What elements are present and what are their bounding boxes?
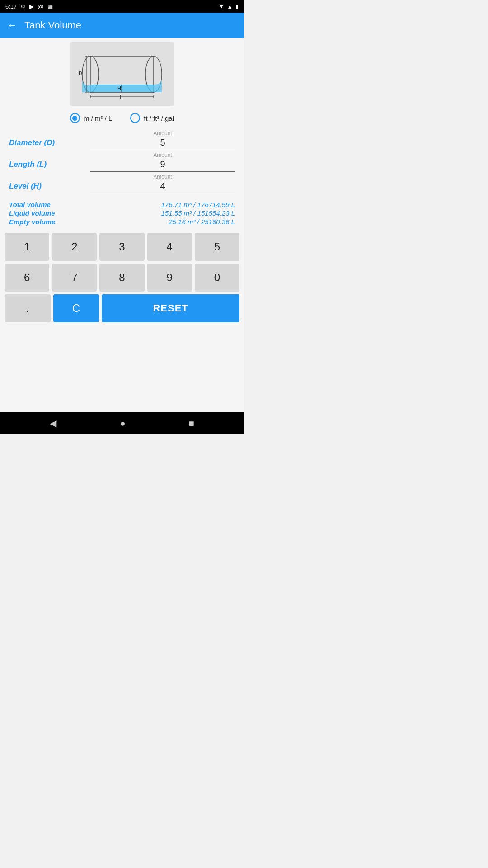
- metric-radio[interactable]: [70, 113, 80, 123]
- level-label: Level (H): [9, 182, 90, 193]
- status-time: 6:17: [5, 3, 17, 10]
- key-6[interactable]: 6: [5, 264, 49, 292]
- unit-selector: m / m³ / L ft / ft³ / gal: [70, 113, 174, 123]
- key-3[interactable]: 3: [99, 233, 144, 261]
- length-placeholder: Amount: [90, 152, 235, 158]
- metric-label: m / m³ / L: [84, 114, 112, 122]
- liquid-volume-row: Liquid volume 151.55 m³ / 151554.23 L: [9, 209, 235, 217]
- bottom-nav: ◀ ● ■: [0, 412, 244, 434]
- numpad-row-2: 6 7 8 9 0: [5, 264, 239, 292]
- grid-icon: ▦: [47, 3, 53, 10]
- key-1[interactable]: 1: [5, 233, 49, 261]
- key-8[interactable]: 8: [99, 264, 144, 292]
- total-volume-row: Total volume 176.71 m³ / 176714.59 L: [9, 201, 235, 208]
- numpad-row-3: . C RESET: [5, 294, 239, 322]
- app-bar: ← Tank Volume: [0, 13, 244, 38]
- key-7[interactable]: 7: [52, 264, 97, 292]
- metric-option[interactable]: m / m³ / L: [70, 113, 112, 123]
- svg-text:D: D: [79, 71, 82, 76]
- numpad-row-1: 1 2 3 4 5: [5, 233, 239, 261]
- key-0[interactable]: 0: [195, 264, 239, 292]
- diameter-row: Diameter (D) Amount 5: [9, 130, 235, 150]
- diameter-input[interactable]: 5: [90, 137, 235, 150]
- signal-icon: ▲: [227, 3, 233, 10]
- back-button[interactable]: ←: [7, 19, 17, 31]
- status-bar: 6:17 ⚙ ▶ @ ▦ ▼ ▲ ▮: [0, 0, 244, 13]
- tank-svg: D H L: [77, 47, 167, 101]
- liquid-volume-value: 151.55 m³ / 151554.23 L: [161, 209, 235, 217]
- play-icon: ▶: [29, 3, 34, 10]
- key-5[interactable]: 5: [195, 233, 239, 261]
- nav-recent-icon[interactable]: ■: [189, 418, 194, 429]
- key-2[interactable]: 2: [52, 233, 97, 261]
- key-clear[interactable]: C: [53, 294, 99, 322]
- empty-volume-value: 25.16 m³ / 25160.36 L: [169, 218, 235, 226]
- wifi-icon: ▼: [218, 3, 224, 10]
- level-row: Level (H) Amount 4: [9, 174, 235, 193]
- key-4[interactable]: 4: [147, 233, 192, 261]
- length-label: Length (L): [9, 160, 90, 172]
- empty-volume-label: Empty volume: [9, 218, 56, 226]
- length-field-wrap: Amount 9: [90, 152, 235, 172]
- total-volume-value: 176.71 m³ / 176714.59 L: [161, 201, 235, 208]
- inputs-section: Diameter (D) Amount 5 Length (L) Amount …: [0, 130, 244, 195]
- results-section: Total volume 176.71 m³ / 176714.59 L Liq…: [0, 195, 244, 229]
- at-icon: @: [38, 3, 43, 10]
- imperial-radio[interactable]: [130, 113, 140, 123]
- empty-volume-row: Empty volume 25.16 m³ / 25160.36 L: [9, 218, 235, 226]
- diameter-label: Diameter (D): [9, 138, 90, 150]
- status-left: 6:17 ⚙ ▶ @ ▦: [5, 3, 53, 10]
- svg-text:H: H: [117, 85, 121, 91]
- numpad: 1 2 3 4 5 6 7 8 9 0 . C RESET: [0, 229, 244, 322]
- main-content: D H L m / m³ / L ft / ft³ / gal: [0, 38, 244, 412]
- svg-rect-3: [90, 85, 154, 92]
- level-placeholder: Amount: [90, 174, 235, 180]
- imperial-label: ft / ft³ / gal: [144, 114, 174, 122]
- battery-icon: ▮: [235, 3, 239, 10]
- level-field-wrap: Amount 4: [90, 174, 235, 193]
- nav-home-icon[interactable]: ●: [120, 418, 125, 429]
- nav-back-icon[interactable]: ◀: [50, 418, 56, 429]
- settings-icon: ⚙: [20, 3, 26, 10]
- key-dot[interactable]: .: [5, 294, 51, 322]
- length-row: Length (L) Amount 9: [9, 152, 235, 172]
- app-title: Tank Volume: [24, 19, 81, 31]
- level-input[interactable]: 4: [90, 181, 235, 193]
- tank-diagram: D H L: [70, 42, 174, 106]
- length-input[interactable]: 9: [90, 159, 235, 172]
- total-volume-label: Total volume: [9, 201, 51, 208]
- liquid-volume-label: Liquid volume: [9, 209, 55, 217]
- diameter-placeholder: Amount: [90, 130, 235, 137]
- reset-button[interactable]: RESET: [102, 294, 239, 322]
- status-right: ▼ ▲ ▮: [218, 3, 239, 10]
- imperial-option[interactable]: ft / ft³ / gal: [130, 113, 174, 123]
- svg-text:L: L: [120, 94, 122, 100]
- key-9[interactable]: 9: [147, 264, 192, 292]
- diameter-field-wrap: Amount 5: [90, 130, 235, 150]
